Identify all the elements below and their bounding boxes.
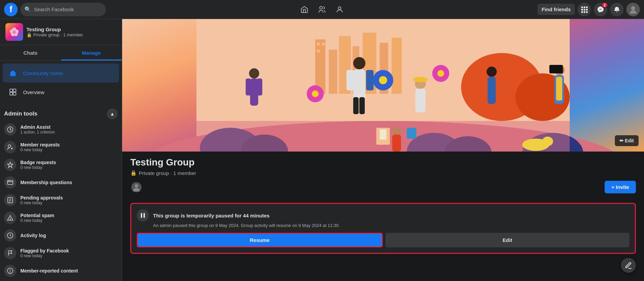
flagged-by-facebook-icon (4, 247, 16, 259)
svg-rect-44 (322, 43, 325, 46)
sidebar-item-overview[interactable]: Overview (3, 83, 119, 102)
svg-point-80 (437, 70, 444, 77)
badge-requests-sub: 0 new today (20, 165, 118, 170)
pause-banner-header: This group is temporarily paused for 44 … (137, 209, 629, 222)
user-avatar[interactable] (626, 3, 640, 16)
search-bar[interactable]: 🔍 (20, 3, 106, 16)
profile-nav-button[interactable] (332, 1, 348, 18)
search-input[interactable] (34, 6, 102, 12)
admin-tool-member-requests[interactable]: Member requests 0 new today (0, 138, 122, 156)
sidebar-group-meta: 🔒 Private group · 1 member (26, 32, 116, 37)
admin-tool-activity-log[interactable]: Activity log (0, 227, 122, 244)
svg-rect-16 (13, 92, 16, 95)
admin-assist-sub: 1 action, 1 criterion (20, 130, 118, 135)
sidebar-item-community-home[interactable]: Community home (3, 64, 119, 83)
home-nav-icon (7, 67, 19, 79)
badge-requests-name: Badge requests (20, 160, 118, 165)
member-avatar (130, 181, 143, 193)
group-info-section: Testing Group 🔒 Private group · 1 member… (122, 152, 644, 199)
activity-log-icon (4, 229, 16, 242)
group-meta-text: Private group · 1 member (139, 170, 196, 176)
home-nav-button[interactable] (296, 1, 312, 18)
svg-point-67 (392, 126, 401, 136)
svg-rect-5 (581, 9, 583, 11)
svg-point-58 (353, 57, 365, 69)
svg-rect-66 (415, 89, 425, 112)
tab-manage[interactable]: Manage (61, 45, 122, 60)
messenger-badge: 2 (601, 2, 608, 8)
svg-rect-73 (556, 77, 562, 101)
svg-rect-42 (392, 38, 402, 94)
potential-spam-name: Potential spam (20, 213, 118, 218)
member-avatars (130, 181, 140, 193)
admin-tools-list: Admin Assist 1 action, 1 criterion Membe… (0, 121, 122, 280)
svg-rect-13 (10, 89, 13, 92)
sidebar-navigation: Community home Overview (0, 61, 122, 104)
svg-rect-68 (392, 135, 401, 152)
resume-button[interactable]: Resume (137, 233, 383, 247)
sidebar: 🌸 Testing Group 🔒 Private group · 1 memb… (0, 19, 122, 281)
svg-rect-3 (584, 6, 585, 8)
grid-menu-button[interactable] (577, 3, 591, 16)
write-post-fab[interactable] (621, 258, 636, 273)
admin-tool-admin-assist[interactable]: Admin Assist 1 action, 1 criterion (0, 121, 122, 138)
svg-point-76 (312, 90, 319, 97)
svg-point-0 (320, 6, 322, 9)
sidebar-tabs: Chats Manage (0, 45, 122, 61)
svg-rect-9 (584, 11, 585, 13)
sidebar-group-name: Testing Group (26, 27, 116, 32)
cover-photo: ✏ Edit (122, 19, 644, 152)
member-requests-icon (4, 141, 16, 153)
svg-rect-21 (7, 180, 13, 185)
svg-rect-63 (359, 97, 365, 114)
overview-label: Overview (23, 89, 44, 95)
member-requests-sub: 0 new today (20, 147, 118, 152)
svg-rect-15 (10, 92, 13, 95)
svg-point-83 (542, 137, 553, 146)
admin-tools-header: Admin tools ▲ (0, 104, 122, 121)
svg-rect-61 (366, 70, 374, 90)
group-title: Testing Group (130, 157, 636, 168)
edit-cover-button[interactable]: ✏ Edit (615, 135, 639, 146)
svg-rect-4 (586, 6, 588, 8)
facebook-logo[interactable]: f (4, 3, 18, 16)
find-friends-button[interactable]: Find friends (537, 4, 575, 15)
pause-banner-title: This group is temporarily paused for 44 … (153, 213, 269, 218)
pending-approvals-name: Pending approvals (20, 195, 118, 200)
invite-button[interactable]: + Invite (605, 181, 636, 193)
content-area: ✏ Edit Testing Group 🔒 Private group · 1… (122, 19, 644, 281)
admin-tool-member-reported-content[interactable]: Member-reported content (0, 262, 122, 280)
svg-rect-37 (329, 50, 337, 94)
svg-rect-8 (581, 11, 583, 13)
messenger-button[interactable]: 2 (594, 3, 607, 16)
search-icon: 🔍 (24, 6, 31, 13)
svg-rect-87 (141, 213, 142, 218)
svg-point-29 (10, 219, 10, 220)
svg-rect-2 (581, 6, 583, 8)
admin-assist-icon (4, 123, 16, 136)
friends-nav-button[interactable] (314, 1, 330, 18)
tab-chats[interactable]: Chats (0, 45, 61, 60)
edit-button[interactable]: Edit (385, 233, 629, 247)
admin-tool-potential-spam[interactable]: Potential spam 0 new today (0, 209, 122, 227)
potential-spam-sub: 0 new today (20, 218, 118, 223)
svg-rect-14 (13, 89, 16, 92)
member-requests-name: Member requests (20, 142, 118, 147)
badge-requests-icon (4, 159, 16, 171)
svg-rect-10 (586, 11, 588, 13)
svg-rect-70 (488, 77, 496, 104)
admin-tool-membership-questions[interactable]: Membership questions (0, 174, 122, 191)
svg-rect-59 (353, 69, 365, 100)
svg-rect-88 (144, 213, 145, 218)
admin-tool-flagged-by-facebook[interactable]: Flagged by Facebook 0 new today (0, 244, 122, 262)
admin-tools-toggle[interactable]: ▲ (107, 108, 118, 119)
lock-icon-main: 🔒 (130, 170, 137, 176)
admin-tool-pending-approvals[interactable]: Pending approvals 0 new today (0, 191, 122, 209)
svg-point-86 (135, 184, 138, 188)
svg-rect-6 (584, 9, 585, 11)
svg-rect-57 (257, 78, 262, 95)
notifications-button[interactable] (610, 3, 624, 16)
group-members-row: + Invite (130, 181, 636, 193)
member-reported-content-name: Member-reported content (20, 268, 118, 274)
admin-tool-badge-requests[interactable]: Badge requests 0 new today (0, 156, 122, 174)
